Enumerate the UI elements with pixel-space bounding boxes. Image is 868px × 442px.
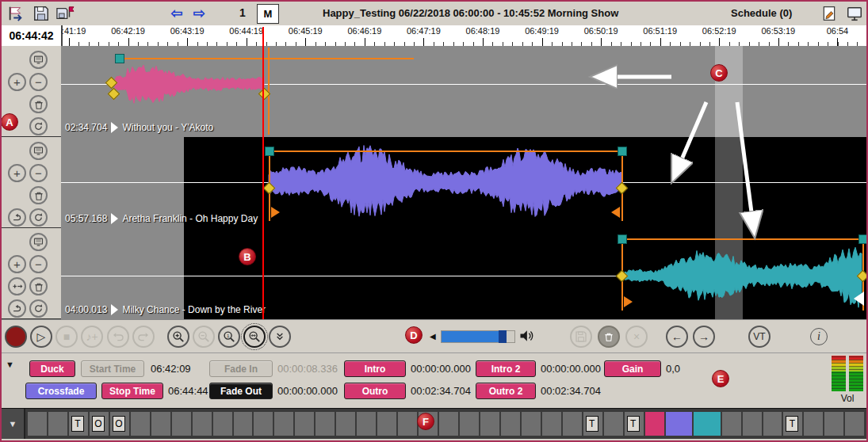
envelope-handle[interactable] <box>265 147 274 156</box>
zoom-in-button[interactable] <box>167 326 189 348</box>
hour-segment[interactable]: T <box>69 412 88 436</box>
segment-marker-t[interactable]: T <box>586 416 598 432</box>
hour-segment[interactable] <box>377 412 396 436</box>
cue-out-marker[interactable] <box>611 207 620 218</box>
hour-segment[interactable] <box>193 412 212 436</box>
hour-segment[interactable] <box>151 412 170 436</box>
zoom-in-track-icon[interactable]: + <box>8 255 26 273</box>
info-button[interactable]: i <box>810 328 828 345</box>
hour-segment[interactable] <box>542 412 561 436</box>
cue-in-marker[interactable] <box>624 296 633 307</box>
hour-segment[interactable] <box>563 412 582 436</box>
hour-segment[interactable] <box>460 412 479 436</box>
fade-out-button[interactable]: Fade Out <box>209 383 273 399</box>
hour-segment[interactable] <box>480 412 499 436</box>
hour-segment[interactable] <box>213 412 232 436</box>
volume-down-icon[interactable]: ◀ <box>430 332 436 341</box>
loop-icon[interactable] <box>29 117 48 135</box>
track-3-content[interactable]: 04:00.013 Milky Chance - Down by the Riv… <box>61 228 868 319</box>
hour-segment[interactable] <box>357 412 376 436</box>
trash-icon[interactable] <box>29 186 48 204</box>
hour-segment[interactable] <box>439 412 458 436</box>
hour-bar-dropdown[interactable]: ▼ <box>2 409 25 439</box>
record-button[interactable] <box>5 326 27 348</box>
segment-marker-t[interactable]: T <box>786 416 798 432</box>
eject-icon[interactable] <box>8 299 26 318</box>
hour-segment[interactable]: T <box>783 412 802 436</box>
screen-icon[interactable] <box>845 4 864 23</box>
segment-marker-t[interactable]: T <box>71 416 84 432</box>
hour-segment[interactable] <box>824 412 843 436</box>
fade-in-button[interactable]: Fade In <box>209 360 273 377</box>
hour-segment[interactable] <box>48 412 67 436</box>
zoom-in-track-icon[interactable]: + <box>8 73 26 91</box>
hour-segment[interactable] <box>694 412 721 436</box>
playback-cursor[interactable] <box>262 27 264 319</box>
zoom-out-track-icon[interactable]: − <box>29 73 48 91</box>
zoom-full-button[interactable]: 1 <box>218 326 240 348</box>
hour-segment[interactable] <box>234 412 253 436</box>
segment-marker-t[interactable]: T <box>627 416 640 432</box>
trash-icon[interactable] <box>29 95 48 113</box>
hour-segment[interactable] <box>645 412 664 436</box>
timeline-ruler[interactable]: 06:41:1906:42:1906:43:1906:44:1906:45:19… <box>61 25 868 46</box>
stop-button[interactable]: ■ <box>55 326 78 348</box>
hour-segment[interactable] <box>604 412 623 436</box>
zoom-out-button[interactable] <box>193 326 215 348</box>
redo-button[interactable] <box>132 326 155 348</box>
insert-item-icon[interactable] <box>8 277 26 295</box>
forward-arrow-button[interactable]: ⇨ <box>190 5 208 22</box>
hour-segment[interactable]: T <box>583 412 602 436</box>
hour-segment[interactable] <box>28 412 47 436</box>
intro2-button[interactable]: Intro 2 <box>476 360 536 377</box>
eject-icon[interactable] <box>8 208 26 227</box>
display-icon[interactable] <box>29 51 48 69</box>
outro2-button[interactable]: Outro 2 <box>476 383 536 399</box>
envelope-handle[interactable] <box>618 234 627 244</box>
zoom-selection-button[interactable] <box>243 326 266 348</box>
cue-in-marker[interactable] <box>271 207 280 218</box>
hour-segment[interactable] <box>254 412 273 436</box>
trash-icon[interactable] <box>29 277 48 295</box>
hour-segment[interactable] <box>398 412 417 436</box>
next-item-button[interactable]: → <box>693 326 715 348</box>
envelope-line[interactable] <box>621 238 864 240</box>
undo-button[interactable] <box>107 326 129 348</box>
envelope-handle[interactable] <box>115 54 124 63</box>
hour-segment[interactable] <box>743 412 762 436</box>
envelope-handle[interactable] <box>858 234 868 244</box>
scroll-right-marker[interactable] <box>854 291 864 306</box>
loop-icon[interactable] <box>29 208 48 227</box>
save-playlist-icon[interactable] <box>32 4 51 23</box>
hour-segment[interactable] <box>845 412 864 436</box>
hour-segment[interactable] <box>131 412 150 436</box>
stop-time-button[interactable]: Stop Time <box>101 383 163 399</box>
hour-segment[interactable] <box>315 412 335 436</box>
zoom-out-track-icon[interactable]: − <box>29 255 48 273</box>
hour-segment[interactable] <box>804 412 823 436</box>
save-audio-button[interactable] <box>570 326 592 348</box>
intro-button[interactable]: Intro <box>344 360 406 377</box>
hour-segment[interactable] <box>501 412 520 436</box>
zoom-in-track-icon[interactable]: + <box>8 164 26 182</box>
hour-segment[interactable]: O <box>90 412 109 436</box>
track-2-content[interactable]: 05:57.168 Aretha Franklin - Oh Happy Day <box>61 137 868 228</box>
volume-thumb[interactable] <box>499 330 507 343</box>
play-button[interactable]: ▷ <box>30 326 52 348</box>
cancel-button[interactable]: × <box>625 326 648 348</box>
monitor-toggle-button[interactable]: M <box>257 4 279 24</box>
segment-marker-o[interactable]: O <box>113 416 125 432</box>
panel-dropdown-icon[interactable]: ▼ <box>6 360 14 369</box>
duck-button[interactable]: Duck <box>29 360 75 377</box>
speaker-icon[interactable] <box>518 328 534 347</box>
hour-segment[interactable] <box>722 412 741 436</box>
add-audio-button[interactable]: ♪+ <box>81 326 103 348</box>
envelope-handle[interactable] <box>618 147 627 156</box>
outro-button[interactable]: Outro <box>344 383 406 399</box>
hour-segment[interactable] <box>172 412 191 436</box>
hour-segment[interactable]: T <box>625 412 644 436</box>
start-time-button[interactable]: Start Time <box>81 360 144 377</box>
back-arrow-button[interactable]: ⇦ <box>168 5 185 22</box>
collapse-button[interactable] <box>269 326 291 348</box>
display-icon[interactable] <box>29 233 48 251</box>
